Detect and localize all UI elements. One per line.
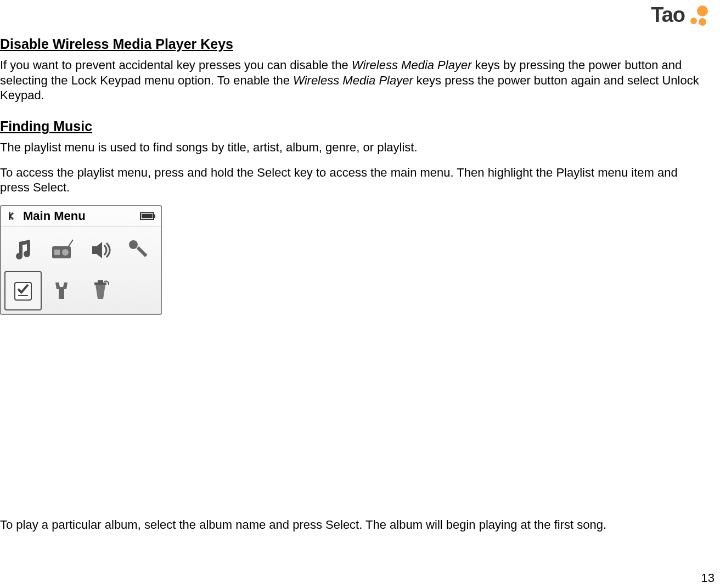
heading-finding-music: Finding Music xyxy=(0,118,710,134)
heading-disable-keys: Disable Wireless Media Player Keys xyxy=(0,36,710,52)
menu-icon-grid xyxy=(1,227,161,314)
battery-icon xyxy=(140,212,156,220)
svg-point-1 xyxy=(690,18,697,24)
svg-point-11 xyxy=(129,240,138,249)
section-disable-keys: Disable Wireless Media Player Keys If yo… xyxy=(0,36,710,113)
svg-rect-15 xyxy=(94,282,106,285)
main-menu-screenshot: Main Menu xyxy=(0,205,162,315)
brand-logo: Tao xyxy=(651,3,710,27)
page-number: 13 xyxy=(701,571,715,585)
music-icon xyxy=(4,230,42,270)
delete-icon xyxy=(82,271,119,310)
playlist-icon xyxy=(4,271,42,310)
svg-rect-5 xyxy=(154,214,155,218)
logo-dots-icon xyxy=(688,4,710,26)
svg-rect-6 xyxy=(142,214,153,218)
settings-icon xyxy=(120,230,158,270)
svg-line-8 xyxy=(69,240,73,246)
svg-rect-12 xyxy=(137,246,148,257)
para-playlist-intro: The playlist menu is used to find songs … xyxy=(0,140,710,155)
section-finding-music: Finding Music The playlist menu is used … xyxy=(0,118,710,315)
logo-text: Tao xyxy=(651,3,685,27)
menu-title: Main Menu xyxy=(23,209,140,223)
empty-icon xyxy=(120,271,158,310)
para-play-album: To play a particular album, select the a… xyxy=(0,517,710,533)
svg-rect-10 xyxy=(54,250,60,255)
svg-rect-3 xyxy=(9,212,10,220)
back-icon xyxy=(5,210,19,223)
svg-point-0 xyxy=(697,5,708,16)
speaker-icon xyxy=(82,230,119,270)
tools-icon xyxy=(43,271,80,310)
para-playlist-access: To access the playlist menu, press and h… xyxy=(0,165,710,195)
svg-point-9 xyxy=(62,249,69,256)
radio-icon xyxy=(43,230,80,270)
menu-header: Main Menu xyxy=(1,206,161,227)
svg-point-2 xyxy=(699,18,706,26)
section-play-album: To play a particular album, select the a… xyxy=(0,517,710,542)
para-disable-keys: If you want to prevent accidental key pr… xyxy=(0,58,710,103)
svg-rect-16 xyxy=(98,280,103,282)
